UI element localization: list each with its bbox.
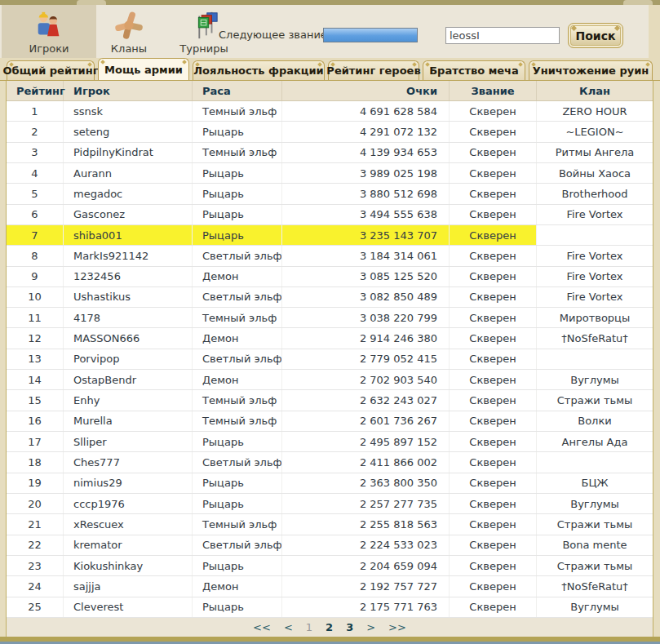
pagination-first[interactable]: <<: [253, 621, 271, 633]
cell-player: 4178: [64, 308, 193, 327]
cell-points: 3 038 220 799: [282, 308, 450, 327]
cell-points: 4 291 072 132: [282, 122, 450, 141]
cell-rank: 8: [7, 246, 64, 265]
table-row: 7 shiba001 Рыцарь 3 235 143 707 Скверен: [7, 225, 653, 246]
table-frame: Рейтинг Игрок Раса Очки Звание Клан 1 ss…: [0, 80, 660, 637]
cell-points: 2 702 903 540: [282, 370, 450, 389]
tab-army-power[interactable]: Мощь армии: [98, 58, 189, 80]
cell-player: sajjja: [64, 576, 193, 596]
cell-player: PidpilnyKindrat: [64, 143, 193, 162]
rating-tabs: Общий рейтингМощь армииЛояльность фракци…: [0, 58, 653, 80]
cell-rank: 24: [7, 576, 64, 596]
cell-rank: 1: [7, 101, 64, 121]
cell-points: 4 691 628 584: [282, 101, 450, 121]
cell-points: 3 085 125 520: [282, 267, 450, 286]
cell-title: Скверен: [450, 143, 537, 162]
cell-title: Скверен: [450, 494, 537, 513]
cell-title: Скверен: [450, 473, 537, 493]
table-row: 23 Kiokushinkay Рыцарь 2 204 659 094 Скв…: [7, 556, 653, 576]
clans-icon: [113, 9, 144, 42]
table-header: Рейтинг Игрок Раса Очки Звание Клан: [7, 81, 653, 101]
cell-points: 3 880 512 698: [282, 184, 450, 203]
cell-player: Ches777: [64, 452, 193, 472]
cell-title: Скверен: [450, 225, 537, 245]
cell-points: 4 139 934 653: [282, 143, 450, 162]
cell-points: 3 082 850 489: [282, 287, 450, 307]
cell-race: Рыцарь: [193, 473, 282, 493]
pagination-last[interactable]: >>: [388, 621, 406, 633]
table-row: 11 4178 Темный эльф 3 038 220 799 Сквере…: [7, 308, 653, 328]
tab-ruins-destruction[interactable]: Уничтожение руин: [529, 60, 653, 80]
cell-clan: Вуглумы: [537, 597, 653, 617]
cell-race: Рыцарь: [193, 122, 282, 141]
pagination-page-2[interactable]: 2: [326, 621, 333, 633]
next-rank-label: Следующее звание:: [219, 29, 330, 41]
cell-points: 2 224 533 023: [282, 535, 450, 555]
cell-points: 2 363 800 350: [282, 473, 450, 493]
cell-clan: ZERO HOUR: [537, 101, 653, 121]
table-row: 24 sajjja Демон 2 192 757 727 Скверен †N…: [7, 576, 653, 597]
cell-clan: Стражи тьмы: [537, 514, 653, 534]
cell-title: Скверен: [450, 514, 537, 534]
nav-item-players[interactable]: Игроки: [2, 5, 96, 58]
tab-hero-rating[interactable]: Рейтинг героев: [328, 60, 419, 80]
cell-race: Демон: [193, 576, 282, 596]
cell-rank: 7: [7, 225, 64, 245]
table-row: 13 Porvipop Светлый эльф 2 779 052 415 С…: [7, 349, 653, 370]
table-row: 22 kremator Светлый эльф 2 224 533 023 С…: [7, 535, 653, 556]
table-row: 25 Cleverest Рыцарь 2 175 771 763 Сквере…: [7, 597, 653, 618]
pagination-prev[interactable]: <: [284, 621, 293, 633]
search-input[interactable]: [445, 27, 560, 44]
cell-race: Рыцарь: [193, 205, 282, 224]
tab-label: Общий рейтинг: [3, 64, 99, 77]
cell-rank: 19: [7, 473, 64, 493]
cell-clan: Вуглумы: [537, 494, 653, 513]
nav-item-clans[interactable]: Кланы: [96, 5, 162, 58]
cell-clan: Ангелы Ада: [537, 432, 653, 451]
cell-clan: Вуглумы: [537, 370, 653, 389]
pagination-next[interactable]: >: [366, 621, 375, 633]
table-row: 14 OstapBendr Демон 2 702 903 540 Сквере…: [7, 370, 653, 390]
cell-race: Рыцарь: [193, 556, 282, 575]
table-row: 21 xRescuex Темный эльф 2 255 818 563 Ск…: [7, 514, 653, 535]
cell-title: Скверен: [450, 452, 537, 472]
cell-clan: †NoSfeRatu†: [537, 328, 653, 348]
cell-race: Светлый эльф: [193, 246, 282, 265]
tab-faction-loyalty[interactable]: Лояльность фракции: [193, 60, 325, 80]
cell-player: Cleverest: [64, 597, 193, 617]
tab-overall-rating[interactable]: Общий рейтинг: [7, 60, 95, 80]
column-header-race: Раса: [193, 81, 282, 100]
cell-points: 3 989 025 198: [282, 163, 450, 183]
cell-points: 2 192 757 727: [282, 576, 450, 596]
nav-label: Кланы: [111, 42, 147, 56]
column-header-rank: Рейтинг: [7, 81, 64, 100]
cell-player: xRescuex: [64, 514, 193, 534]
cell-points: 2 601 736 267: [282, 411, 450, 431]
cell-player: Murella: [64, 411, 193, 431]
cell-rank: 21: [7, 514, 64, 534]
cell-rank: 10: [7, 287, 64, 307]
cell-player: OstapBendr: [64, 370, 193, 389]
cell-player: seteng: [64, 122, 193, 141]
cell-rank: 9: [7, 267, 64, 286]
table-row: 1 ssnsk Темный эльф 4 691 628 584 Сквере…: [7, 101, 653, 122]
cell-clan: [537, 452, 653, 472]
nav-label: Турниры: [179, 42, 228, 56]
table-row: 6 Gasconez Рыцарь 3 494 555 638 Скверен …: [7, 205, 653, 225]
cell-race: Рыцарь: [193, 163, 282, 183]
pagination-page-3[interactable]: 3: [346, 621, 353, 633]
search-button[interactable]: Поиск: [568, 23, 623, 48]
main-nav: Игроки Кланы: [2, 5, 246, 58]
cell-race: Рыцарь: [193, 597, 282, 617]
cell-rank: 16: [7, 411, 64, 431]
cell-player: Ushastikus: [64, 287, 193, 307]
table-row: 19 nimius29 Рыцарь 2 363 800 350 Скверен…: [7, 473, 653, 494]
cell-race: Темный эльф: [193, 514, 282, 534]
cell-race: Темный эльф: [193, 308, 282, 327]
cell-title: Скверен: [450, 246, 537, 265]
tab-label: Уничтожение руин: [533, 64, 649, 77]
cell-rank: 2: [7, 122, 64, 141]
cell-race: Демон: [193, 370, 282, 389]
table-row: 5 megadoc Рыцарь 3 880 512 698 Скверен B…: [7, 184, 653, 204]
tab-sword-brotherhood[interactable]: Братство меча: [423, 60, 525, 80]
